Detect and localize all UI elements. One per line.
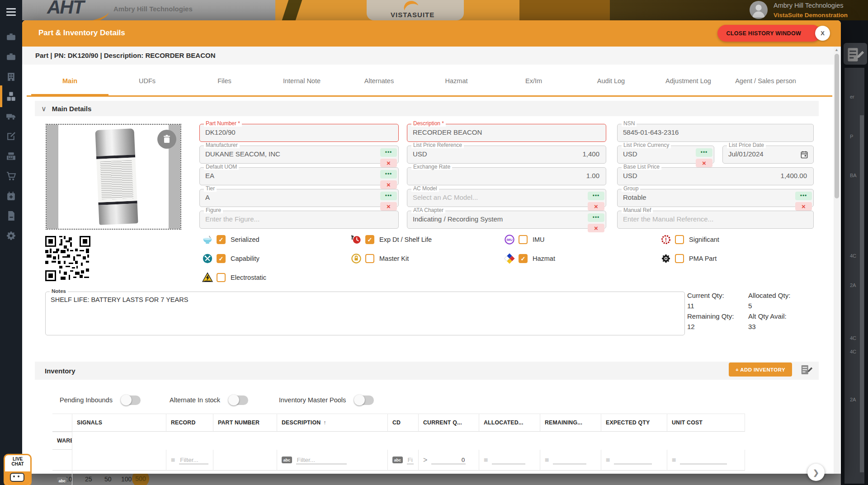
briefcase-alt-icon[interactable]	[5, 51, 17, 62]
figure-field[interactable]: Figure Enter the Figure...	[199, 211, 399, 229]
col-current-qty[interactable]: CURRENT Q...	[419, 414, 479, 432]
nsn-field[interactable]: NSN 5845-01-643-2316	[617, 124, 814, 142]
close-history-window-button[interactable]: CLOSE HISTORY WINDOW	[717, 25, 821, 42]
tab-alternates[interactable]: Alternates	[340, 67, 418, 95]
ac-model-lookup-button[interactable]: •••	[588, 192, 604, 200]
capability-checkbox[interactable]: ✓	[217, 254, 226, 263]
ata-clear-button[interactable]: ×	[588, 224, 604, 232]
hazmat-checkbox[interactable]: ✓	[519, 254, 528, 263]
close-icon[interactable]: X	[815, 26, 830, 41]
edit-note-icon[interactable]	[5, 131, 17, 142]
modal-scrollbar-thumb[interactable]	[835, 54, 839, 198]
equals-operator-icon[interactable]: =	[606, 456, 610, 464]
master-kit-checkbox[interactable]	[365, 254, 374, 263]
group-clear-button[interactable]: ×	[795, 202, 812, 211]
truck-icon[interactable]	[5, 111, 17, 122]
tab-agent-sales-person[interactable]: Agent / Sales person	[727, 67, 804, 95]
currency-clear-button[interactable]: ×	[696, 159, 712, 167]
tab-exim[interactable]: Ex/Im	[495, 67, 572, 95]
manufacturer-lookup-button[interactable]: •••	[380, 148, 397, 157]
manufacturer-field[interactable]: Manufacturer DUKANE SEACOM, INC •••×	[199, 146, 399, 164]
exchange-rate-field[interactable]: Exchange Rate 1.00	[407, 167, 606, 185]
col-record[interactable]: RECORD	[166, 414, 213, 432]
main-details-section-header[interactable]: ∨ Main Details	[35, 101, 819, 116]
calendar-icon[interactable]	[800, 150, 809, 159]
tier-field[interactable]: Tier A •••×	[199, 189, 399, 207]
base-list-price-field[interactable]: Base List Price USD 1,400.00	[617, 167, 814, 185]
register-icon[interactable]	[5, 151, 17, 162]
col-remaining-qty[interactable]: REMAINING...	[540, 414, 601, 432]
serialized-checkbox[interactable]: ✓	[217, 235, 226, 244]
shelf-life-checkbox[interactable]: ✓	[365, 235, 374, 244]
ata-chapter-field[interactable]: ATA Chapter Indicating / Recording Syste…	[407, 211, 606, 229]
current-qty-filter-input[interactable]	[431, 456, 466, 464]
text-filter-icon[interactable]: abc	[57, 477, 67, 484]
tab-audit-log[interactable]: Audit Log	[572, 67, 650, 95]
default-uom-field[interactable]: Default UOM EA •••×	[199, 167, 399, 185]
remaining-filter-input[interactable]	[553, 456, 586, 464]
equals-operator-icon[interactable]: =	[672, 456, 676, 464]
col-warehouse[interactable]: WAREHOUSE	[52, 432, 72, 450]
electrostatic-checkbox[interactable]	[217, 273, 226, 282]
parts-cubes-icon[interactable]	[5, 91, 17, 102]
part-number-field[interactable]: Part Number * DK120/90	[199, 124, 399, 142]
col-expected-qty[interactable]: EXPECTED QTY	[601, 414, 667, 432]
allocated-filter-input[interactable]	[492, 456, 525, 464]
tab-adjustment-log[interactable]: Adjustment Log	[650, 67, 727, 95]
list-price-currency-field[interactable]: List Price Currency USD •••×	[617, 146, 714, 164]
greater-than-operator-icon[interactable]: >	[423, 456, 427, 464]
add-inventory-button[interactable]: + ADD INVENTORY	[729, 363, 792, 377]
cd-filter-input[interactable]	[407, 456, 414, 464]
text-filter-icon[interactable]: abc	[392, 457, 403, 463]
group-lookup-button[interactable]: •••	[795, 192, 812, 200]
col-cd[interactable]: CD	[388, 414, 419, 432]
avatar[interactable]	[750, 1, 768, 19]
equals-operator-icon[interactable]: =	[484, 456, 488, 464]
tab-hazmat[interactable]: Hazmat	[418, 67, 495, 95]
inventory-master-pools-toggle[interactable]	[355, 396, 374, 405]
ac-model-field[interactable]: AC Model Select an AC Model... •••×	[407, 189, 606, 207]
tab-udfs[interactable]: UDFs	[108, 67, 186, 95]
col-description[interactable]: DESCRIPTION↑	[277, 414, 388, 432]
live-chat-widget[interactable]: LIVE CHAT	[4, 454, 32, 485]
gear-icon[interactable]	[5, 230, 17, 241]
col-signals[interactable]: SIGNALS	[72, 414, 166, 432]
menu-icon[interactable]	[5, 6, 17, 18]
tier-clear-button[interactable]: ×	[380, 202, 397, 211]
alternate-in-stock-toggle[interactable]	[229, 396, 248, 405]
calendar-add-icon[interactable]	[5, 190, 17, 202]
currency-lookup-button[interactable]: •••	[696, 148, 712, 157]
uom-clear-button[interactable]: ×	[380, 180, 397, 189]
manufacturer-clear-button[interactable]: ×	[380, 159, 397, 167]
warehouse-filter-input[interactable]	[71, 477, 72, 485]
ac-model-clear-button[interactable]: ×	[588, 202, 604, 211]
imu-checkbox[interactable]	[519, 235, 528, 244]
col-allocated-qty[interactable]: ALLOCATED...	[479, 414, 540, 432]
ata-lookup-button[interactable]: •••	[588, 213, 604, 222]
briefcase-icon[interactable]	[5, 31, 17, 42]
group-field[interactable]: Group Rotable •••×	[617, 189, 814, 207]
uom-lookup-button[interactable]: •••	[380, 170, 397, 179]
tab-internal-note[interactable]: Internal Note	[263, 67, 340, 95]
expected-filter-input[interactable]	[614, 456, 652, 464]
background-scrollbar-thumb[interactable]	[860, 115, 864, 472]
pma-part-checkbox[interactable]	[675, 254, 684, 263]
modal-scrollbar[interactable]: ▲	[834, 47, 840, 474]
delete-image-button[interactable]	[157, 130, 176, 149]
description-filter-input[interactable]	[296, 456, 347, 464]
cart-icon[interactable]	[5, 170, 17, 182]
tab-files[interactable]: Files	[186, 67, 263, 95]
building-icon[interactable]	[5, 71, 17, 82]
description-field[interactable]: Description * RECORDER BEACON	[407, 124, 606, 142]
document-icon[interactable]	[5, 210, 17, 221]
manual-ref-field[interactable]: Manual Ref Enter the Manual Reference...	[617, 211, 814, 229]
record-filter-input[interactable]	[179, 456, 208, 464]
pending-inbounds-toggle[interactable]	[122, 396, 141, 405]
grid-edit-icon[interactable]	[800, 363, 813, 377]
list-price-date-field[interactable]: List Price Date Jul/01/2024	[722, 146, 814, 164]
equals-operator-icon[interactable]: =	[171, 456, 175, 464]
col-part-number[interactable]: PART NUMBER	[213, 414, 277, 432]
unit-cost-filter-input[interactable]	[680, 456, 727, 464]
equals-operator-icon[interactable]: =	[545, 456, 549, 464]
scroll-next-button[interactable]: ❯	[807, 464, 825, 481]
